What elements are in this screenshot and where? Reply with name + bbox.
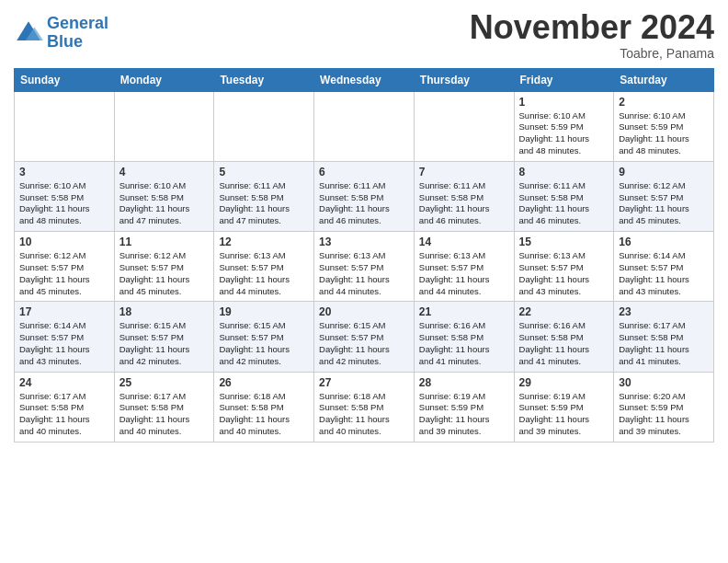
- calendar-cell: [214, 91, 314, 161]
- day-number: 23: [619, 305, 709, 318]
- logo-blue: Blue: [47, 32, 83, 51]
- day-info: Sunrise: 6:18 AM Sunset: 5:58 PM Dayligh…: [219, 391, 309, 438]
- calendar-body: 1Sunrise: 6:10 AM Sunset: 5:59 PM Daylig…: [15, 91, 714, 442]
- day-number: 30: [619, 376, 709, 389]
- weekday-header-thursday: Thursday: [414, 68, 514, 91]
- day-number: 28: [419, 376, 509, 389]
- weekday-header-saturday: Saturday: [614, 68, 714, 91]
- calendar-cell: [314, 91, 415, 161]
- day-info: Sunrise: 6:13 AM Sunset: 5:57 PM Dayligh…: [219, 250, 309, 297]
- day-info: Sunrise: 6:17 AM Sunset: 5:58 PM Dayligh…: [619, 320, 709, 367]
- day-number: 10: [19, 236, 109, 248]
- calendar-cell: 23Sunrise: 6:17 AM Sunset: 5:58 PM Dayli…: [614, 302, 714, 372]
- day-info: Sunrise: 6:19 AM Sunset: 5:59 PM Dayligh…: [419, 391, 509, 438]
- calendar-cell: 12Sunrise: 6:13 AM Sunset: 5:57 PM Dayli…: [214, 232, 314, 302]
- calendar-cell: 24Sunrise: 6:17 AM Sunset: 5:58 PM Dayli…: [15, 372, 115, 442]
- day-info: Sunrise: 6:11 AM Sunset: 5:58 PM Dayligh…: [219, 180, 309, 227]
- header: General Blue November 2024 Toabre, Panam…: [14, 9, 714, 61]
- weekday-header-row: SundayMondayTuesdayWednesdayThursdayFrid…: [15, 68, 714, 91]
- day-info: Sunrise: 6:10 AM Sunset: 5:59 PM Dayligh…: [619, 110, 709, 157]
- day-number: 3: [19, 166, 109, 178]
- week-row-2: 3Sunrise: 6:10 AM Sunset: 5:58 PM Daylig…: [15, 161, 714, 231]
- calendar-cell: 18Sunrise: 6:15 AM Sunset: 5:57 PM Dayli…: [114, 302, 214, 372]
- logo: General Blue: [14, 15, 108, 52]
- day-number: 7: [419, 166, 509, 178]
- calendar-cell: [15, 91, 115, 161]
- day-number: 5: [219, 166, 309, 178]
- calendar-cell: 29Sunrise: 6:19 AM Sunset: 5:59 PM Dayli…: [514, 372, 614, 442]
- calendar-cell: 16Sunrise: 6:14 AM Sunset: 5:57 PM Dayli…: [614, 232, 714, 302]
- day-info: Sunrise: 6:13 AM Sunset: 5:57 PM Dayligh…: [319, 250, 409, 297]
- week-row-4: 17Sunrise: 6:14 AM Sunset: 5:57 PM Dayli…: [15, 302, 714, 372]
- day-number: 6: [319, 166, 409, 178]
- day-info: Sunrise: 6:15 AM Sunset: 5:57 PM Dayligh…: [119, 320, 210, 367]
- weekday-header-sunday: Sunday: [15, 68, 115, 91]
- calendar-cell: 26Sunrise: 6:18 AM Sunset: 5:58 PM Dayli…: [214, 372, 314, 442]
- day-number: 4: [119, 166, 210, 178]
- calendar-cell: 13Sunrise: 6:13 AM Sunset: 5:57 PM Dayli…: [314, 232, 415, 302]
- calendar-cell: [414, 91, 514, 161]
- day-info: Sunrise: 6:19 AM Sunset: 5:59 PM Dayligh…: [519, 391, 609, 438]
- calendar-cell: 22Sunrise: 6:16 AM Sunset: 5:58 PM Dayli…: [514, 302, 614, 372]
- day-number: 11: [119, 236, 210, 248]
- calendar-cell: 2Sunrise: 6:10 AM Sunset: 5:59 PM Daylig…: [614, 91, 714, 161]
- day-number: 8: [519, 166, 609, 178]
- calendar-cell: 5Sunrise: 6:11 AM Sunset: 5:58 PM Daylig…: [214, 161, 314, 231]
- calendar-cell: 7Sunrise: 6:11 AM Sunset: 5:58 PM Daylig…: [414, 161, 514, 231]
- logo-text: General Blue: [47, 15, 108, 52]
- day-info: Sunrise: 6:11 AM Sunset: 5:58 PM Dayligh…: [319, 180, 409, 227]
- logo-general: General: [47, 14, 108, 32]
- day-number: 25: [119, 376, 210, 389]
- day-info: Sunrise: 6:17 AM Sunset: 5:58 PM Dayligh…: [19, 391, 109, 438]
- day-info: Sunrise: 6:20 AM Sunset: 5:59 PM Dayligh…: [619, 391, 709, 438]
- day-info: Sunrise: 6:14 AM Sunset: 5:57 PM Dayligh…: [619, 250, 709, 297]
- day-number: 1: [519, 96, 609, 109]
- calendar-cell: 11Sunrise: 6:12 AM Sunset: 5:57 PM Dayli…: [114, 232, 214, 302]
- calendar-cell: 15Sunrise: 6:13 AM Sunset: 5:57 PM Dayli…: [514, 232, 614, 302]
- day-number: 22: [519, 305, 609, 318]
- day-number: 26: [219, 376, 309, 389]
- day-number: 9: [619, 166, 709, 178]
- day-info: Sunrise: 6:17 AM Sunset: 5:58 PM Dayligh…: [119, 391, 210, 438]
- day-number: 20: [319, 305, 409, 318]
- page: General Blue November 2024 Toabre, Panam…: [0, 0, 728, 456]
- day-info: Sunrise: 6:15 AM Sunset: 5:57 PM Dayligh…: [219, 320, 309, 367]
- day-info: Sunrise: 6:18 AM Sunset: 5:58 PM Dayligh…: [319, 391, 409, 438]
- day-number: 14: [419, 236, 509, 248]
- month-title: November 2024: [470, 9, 714, 46]
- calendar-cell: 1Sunrise: 6:10 AM Sunset: 5:59 PM Daylig…: [514, 91, 614, 161]
- calendar-cell: 4Sunrise: 6:10 AM Sunset: 5:58 PM Daylig…: [114, 161, 214, 231]
- day-info: Sunrise: 6:13 AM Sunset: 5:57 PM Dayligh…: [419, 250, 509, 297]
- day-info: Sunrise: 6:16 AM Sunset: 5:58 PM Dayligh…: [519, 320, 609, 367]
- day-info: Sunrise: 6:11 AM Sunset: 5:58 PM Dayligh…: [519, 180, 609, 227]
- day-info: Sunrise: 6:11 AM Sunset: 5:58 PM Dayligh…: [419, 180, 509, 227]
- week-row-5: 24Sunrise: 6:17 AM Sunset: 5:58 PM Dayli…: [15, 372, 714, 442]
- calendar-cell: 21Sunrise: 6:16 AM Sunset: 5:58 PM Dayli…: [414, 302, 514, 372]
- calendar-cell: 9Sunrise: 6:12 AM Sunset: 5:57 PM Daylig…: [614, 161, 714, 231]
- day-number: 12: [219, 236, 309, 248]
- calendar-cell: 14Sunrise: 6:13 AM Sunset: 5:57 PM Dayli…: [414, 232, 514, 302]
- weekday-header-monday: Monday: [114, 68, 214, 91]
- day-info: Sunrise: 6:12 AM Sunset: 5:57 PM Dayligh…: [19, 250, 109, 297]
- weekday-header-friday: Friday: [514, 68, 614, 91]
- calendar-cell: 20Sunrise: 6:15 AM Sunset: 5:57 PM Dayli…: [314, 302, 415, 372]
- location: Toabre, Panama: [470, 46, 714, 61]
- day-number: 29: [519, 376, 609, 389]
- day-info: Sunrise: 6:15 AM Sunset: 5:57 PM Dayligh…: [319, 320, 409, 367]
- day-number: 24: [19, 376, 109, 389]
- weekday-header-wednesday: Wednesday: [314, 68, 415, 91]
- day-info: Sunrise: 6:10 AM Sunset: 5:58 PM Dayligh…: [119, 180, 210, 227]
- day-number: 21: [419, 305, 509, 318]
- day-number: 17: [19, 305, 109, 318]
- calendar-cell: 25Sunrise: 6:17 AM Sunset: 5:58 PM Dayli…: [114, 372, 214, 442]
- calendar-cell: 6Sunrise: 6:11 AM Sunset: 5:58 PM Daylig…: [314, 161, 415, 231]
- logo-icon: [14, 18, 43, 48]
- day-info: Sunrise: 6:13 AM Sunset: 5:57 PM Dayligh…: [519, 250, 609, 297]
- calendar-cell: 30Sunrise: 6:20 AM Sunset: 5:59 PM Dayli…: [614, 372, 714, 442]
- calendar-cell: 3Sunrise: 6:10 AM Sunset: 5:58 PM Daylig…: [15, 161, 115, 231]
- calendar-cell: 8Sunrise: 6:11 AM Sunset: 5:58 PM Daylig…: [514, 161, 614, 231]
- day-info: Sunrise: 6:12 AM Sunset: 5:57 PM Dayligh…: [619, 180, 709, 227]
- week-row-1: 1Sunrise: 6:10 AM Sunset: 5:59 PM Daylig…: [15, 91, 714, 161]
- calendar-cell: 17Sunrise: 6:14 AM Sunset: 5:57 PM Dayli…: [15, 302, 115, 372]
- calendar-cell: [114, 91, 214, 161]
